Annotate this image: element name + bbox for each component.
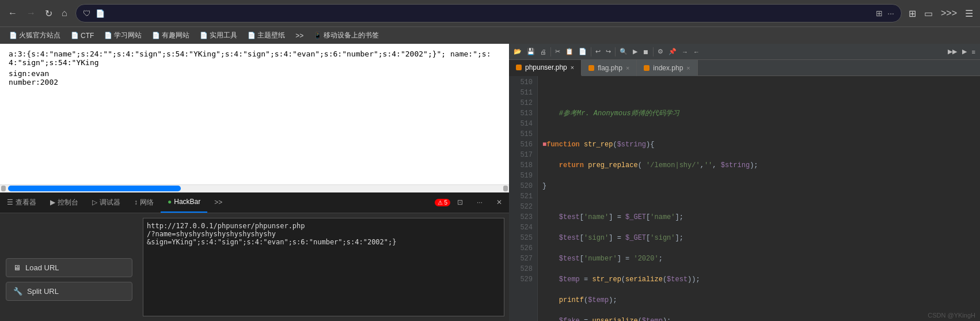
- toolbar-open[interactable]: 📂: [511, 47, 524, 56]
- kw-return: return: [559, 161, 584, 169]
- qr-icon[interactable]: ⊞: [876, 9, 883, 18]
- code-line-515: return preg_replace( '/lemon|shy/','', $…: [542, 160, 975, 171]
- devtools-tab-hackbar[interactable]: ● HackBar: [161, 192, 207, 213]
- line-num-526: 526: [514, 243, 533, 254]
- var-test-name: $test: [559, 213, 580, 221]
- toolbar-print[interactable]: 🖨: [538, 47, 549, 56]
- bookmark-firefox[interactable]: 📄 火狐官方站点: [5, 29, 65, 41]
- bookmark-ctf[interactable]: 📄 CTF: [66, 31, 98, 41]
- toolbar-redo[interactable]: ↪: [603, 47, 613, 56]
- toolbar-stop[interactable]: ⏹: [640, 47, 651, 56]
- address-bar: 🛡 📄 127.0.0.1/phpunser/phpunser.p ⊞ ···: [75, 4, 902, 22]
- devtools-tab-console[interactable]: ▶ 控制台: [43, 192, 85, 213]
- devtools-panel: ☰ 查看器 ▶ 控制台 ▷ 调试器 ↕ 网络 ● HackBar: [0, 192, 509, 322]
- devtools-tab-debugger[interactable]: ▷ 调试器: [85, 192, 127, 213]
- toolbar-undo[interactable]: ↩: [593, 47, 603, 56]
- toolbar-paste[interactable]: 📄: [576, 47, 589, 56]
- bookmark-mobile[interactable]: 📱 移动设备上的书签: [309, 29, 383, 41]
- editor-tab-flag[interactable]: flag.php ×: [582, 60, 637, 76]
- line-num-512: 512: [514, 98, 533, 108]
- bookmark-fun[interactable]: 📄 有趣网站: [147, 29, 194, 41]
- toolbar-search[interactable]: 🔍: [617, 47, 630, 56]
- toolbar-more-1[interactable]: ▶▶: [945, 47, 959, 56]
- code-line-520: $test['number'] = '2020';: [542, 254, 975, 264]
- code-line-514: ■function str_rep($string){: [542, 139, 975, 150]
- devtools-close-button[interactable]: ✕: [489, 192, 509, 213]
- fn-unserialize: unserialize: [592, 317, 637, 321]
- menu-button[interactable]: ☰: [963, 6, 975, 21]
- devtools-copy-button[interactable]: ⊡: [450, 192, 470, 213]
- devtools-tab-network[interactable]: ↕ 网络: [127, 192, 161, 213]
- url-input[interactable]: 127.0.0.1/phpunser/phpunser.p: [109, 9, 872, 18]
- str-sign: 'sign': [584, 234, 609, 242]
- toolbar-bookmark[interactable]: 📌: [666, 47, 679, 56]
- str-name: 'name': [584, 213, 609, 221]
- editor-panel: 📂 💾 🖨 ✂ 📋 📄 ↩ ↪ 🔍 ▶ ⏹ ⚙ 📌 → ← ▶▶ ▶ ≡: [509, 44, 980, 321]
- var-test-number: $test: [559, 255, 580, 263]
- line-num-520: 520: [514, 181, 533, 191]
- bookmark-wallpaper-icon: 📄: [248, 32, 256, 39]
- scrollbar-thumb[interactable]: [8, 186, 181, 191]
- toolbar-sort[interactable]: ≡: [970, 47, 978, 56]
- tab-flag-close[interactable]: ×: [626, 65, 629, 71]
- line-num-528: 528: [514, 264, 533, 274]
- toolbar-run[interactable]: ▶: [630, 47, 640, 56]
- toolbar-more-2[interactable]: ▶: [960, 47, 969, 56]
- bookmark-study-label: 学习网站: [114, 31, 142, 40]
- bookmark-wallpaper[interactable]: 📄 主题壁纸: [243, 29, 290, 41]
- more-options-icon[interactable]: ···: [887, 9, 894, 18]
- str-sign-2: 'sign': [650, 234, 675, 242]
- tab-phpunser-close[interactable]: ×: [571, 64, 574, 71]
- refresh-button[interactable]: ↻: [41, 6, 56, 21]
- home-button[interactable]: ⌂: [58, 6, 71, 21]
- bookmark-fun-label: 有趣网站: [162, 31, 189, 40]
- code-content[interactable]: #参考Mr. Anonymous师傅的代码学习 ■function str_re…: [538, 76, 980, 321]
- toolbar-cut[interactable]: ✂: [553, 47, 563, 56]
- var-temp: $temp: [559, 275, 580, 284]
- load-url-icon: 🖥: [13, 263, 21, 272]
- fn-str-rep: str_rep: [584, 141, 613, 149]
- tab-index-close[interactable]: ×: [686, 65, 690, 71]
- devtools-options-button[interactable]: ···: [470, 192, 489, 213]
- error-badge: ⚠ 5: [435, 199, 450, 206]
- tab-manager-button[interactable]: ▭: [922, 6, 935, 21]
- bookmark-tools[interactable]: 📄 实用工具: [195, 29, 242, 41]
- toolbar-save[interactable]: 💾: [525, 47, 537, 56]
- forward-button[interactable]: →: [23, 6, 39, 21]
- bookmark-tools-label: 实用工具: [210, 31, 237, 40]
- bookmark-expand[interactable]: >>: [291, 31, 308, 41]
- scroll-left-btn[interactable]: [1, 186, 6, 191]
- php-file-icon-3: [644, 65, 649, 71]
- console-icon: ▶: [50, 198, 55, 206]
- load-url-button[interactable]: 🖥 Load URL: [6, 258, 132, 277]
- page-line-3: number:2002: [9, 78, 500, 86]
- hackbar-url-input[interactable]: http://127.0.0.1/phpunser/phpunser.php /…: [143, 218, 504, 317]
- hackbar-area: 🖥 Load URL 🔧 Split URL http://127.0.0.1/…: [0, 213, 509, 322]
- expand-button[interactable]: >>>: [939, 6, 959, 21]
- debugger-label: 调试器: [100, 198, 120, 207]
- hackbar-dot-icon: ●: [168, 198, 172, 206]
- network-icon: ↕: [134, 198, 138, 206]
- network-label: 网络: [140, 198, 154, 207]
- split-view-button[interactable]: ⊞: [906, 6, 918, 21]
- editor-tab-phpunser[interactable]: phpunser.php ×: [509, 60, 582, 76]
- toolbar-settings[interactable]: ⚙: [655, 47, 666, 56]
- hackbar-label: HackBar: [174, 198, 200, 206]
- code-area: 510 511 512 513 514 515 516 517 518 519 …: [509, 76, 980, 321]
- toolbar-indent-right[interactable]: →: [679, 47, 690, 56]
- var-string: $string: [617, 141, 646, 149]
- toolbar-indent-left[interactable]: ←: [691, 47, 702, 56]
- devtools-tab-more[interactable]: >>: [207, 192, 229, 213]
- str-2020: '2020': [633, 255, 658, 263]
- scroll-right-btn[interactable]: [503, 186, 508, 191]
- bookmark-mobile-icon: 📱: [314, 32, 322, 39]
- line-num-522: 522: [514, 202, 533, 212]
- horizontal-scrollbar[interactable]: [0, 184, 509, 192]
- code-line-518: $test['name'] = $_GET['name'];: [542, 212, 975, 222]
- split-url-button[interactable]: 🔧 Split URL: [6, 282, 132, 301]
- editor-tab-index[interactable]: index.php ×: [637, 60, 697, 76]
- devtools-tab-inspector[interactable]: ☰ 查看器: [0, 192, 43, 213]
- back-button[interactable]: ←: [5, 6, 21, 21]
- bookmark-study[interactable]: 📄 学习网站: [100, 29, 146, 41]
- toolbar-copy[interactable]: 📋: [563, 47, 576, 56]
